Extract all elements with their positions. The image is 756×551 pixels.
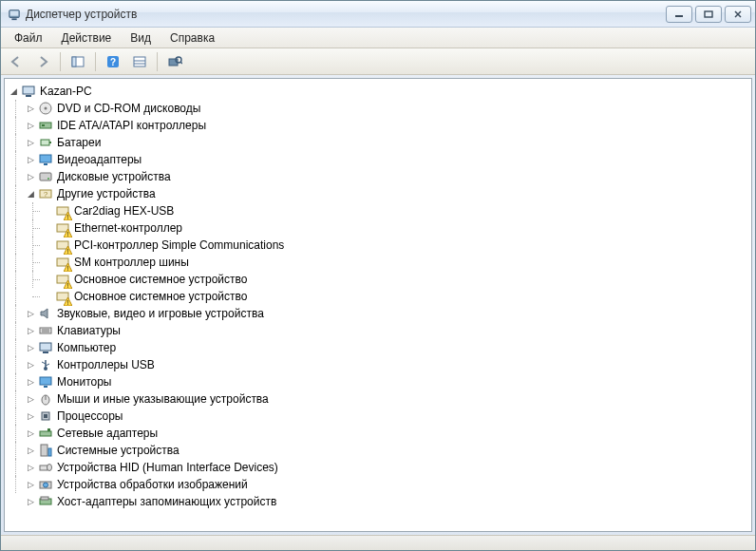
expand-icon[interactable]: ▷ xyxy=(24,119,37,132)
help-button[interactable]: ? xyxy=(102,51,124,72)
tree-category-monitor[interactable]: ▷ Мониторы xyxy=(7,373,749,390)
expand-icon[interactable]: ▷ xyxy=(24,153,37,166)
expand-icon[interactable]: ▷ xyxy=(24,136,37,149)
tree-item-unknown[interactable]: ▷ ! Основное системное устройство xyxy=(7,288,749,305)
menu-action[interactable]: Действие xyxy=(52,29,122,47)
expand-icon[interactable]: ▷ xyxy=(24,375,37,389)
tree-category-keyboard[interactable]: ▷ Клавиатуры xyxy=(7,322,749,339)
expand-icon[interactable]: ▷ xyxy=(24,358,37,371)
scan-hardware-button[interactable] xyxy=(163,51,186,72)
tree-item-unknown[interactable]: ▷ ! Car2diag HEX-USB xyxy=(7,202,749,219)
expand-icon[interactable]: ▷ xyxy=(24,170,37,183)
computer-icon xyxy=(21,84,36,99)
tree-root[interactable]: ◢ Kazan-PC xyxy=(7,83,749,100)
tree-node-label: Процессоры xyxy=(57,409,123,423)
statusbar xyxy=(1,535,755,550)
expand-icon[interactable]: ▷ xyxy=(24,444,37,457)
toolbar-separator xyxy=(60,52,61,71)
minimize-button[interactable] xyxy=(666,6,692,23)
collapse-icon[interactable]: ◢ xyxy=(24,187,37,200)
storage-controller-icon xyxy=(38,494,53,509)
toolbar-separator xyxy=(95,52,96,71)
tree-node-label: Ethernet-контроллер xyxy=(74,221,182,235)
svg-rect-2 xyxy=(11,18,16,20)
window-title: Диспетчер устройств xyxy=(26,8,663,21)
collapse-icon[interactable]: ◢ xyxy=(7,85,20,98)
tree-item-unknown[interactable]: ▷ ! Ethernet-контроллер xyxy=(7,219,749,237)
tree-node-label: Основное системное устройство xyxy=(74,290,247,303)
tree-item-unknown[interactable]: ▷ ! PCI-контроллер Simple Communications xyxy=(7,237,749,254)
expand-icon[interactable]: ▷ xyxy=(24,392,37,406)
tree-node-label: Устройства обработки изображений xyxy=(57,478,248,491)
tree-node-label: Дисковые устройства xyxy=(57,170,171,183)
svg-text:!: ! xyxy=(67,248,69,255)
display-adapter-icon xyxy=(38,152,53,167)
tree-node-label: Kazan-PC xyxy=(40,85,92,98)
menu-view[interactable]: Вид xyxy=(121,29,161,47)
tree-node-label: SM контроллер шины xyxy=(74,256,189,269)
svg-text:!: ! xyxy=(67,214,69,220)
unknown-device-icon: ! xyxy=(55,203,70,218)
expand-icon[interactable]: ▷ xyxy=(24,461,37,474)
tree-node-label: IDE ATA/ATAPI контроллеры xyxy=(57,119,206,132)
expand-icon[interactable]: ▷ xyxy=(24,478,37,491)
tree-category-hid[interactable]: ▷ Устройства HID (Human Interface Device… xyxy=(7,459,749,476)
tree-category-system[interactable]: ▷ Системные устройства xyxy=(7,442,749,459)
tree-item-unknown[interactable]: ▷ ! SM контроллер шины xyxy=(7,254,749,271)
tree-category-computer[interactable]: ▷ Компьютер xyxy=(7,339,749,356)
tree-node-label: Хост-адаптеры запоминающих устройств xyxy=(57,495,276,508)
svg-rect-17 xyxy=(23,86,34,94)
expand-icon[interactable]: ▷ xyxy=(24,307,37,320)
tree-category-cpu[interactable]: ▷ Процессоры xyxy=(7,408,749,425)
expand-icon[interactable]: ▷ xyxy=(24,495,37,508)
svg-line-16 xyxy=(180,62,182,64)
svg-rect-21 xyxy=(40,123,51,128)
expand-icon[interactable]: ▷ xyxy=(24,102,37,115)
svg-rect-67 xyxy=(41,445,47,456)
tree-category-disk[interactable]: ▷ Дисковые устройства xyxy=(7,168,749,185)
svg-rect-26 xyxy=(44,163,47,165)
tree-category-usb[interactable]: ▷ Контроллеры USB xyxy=(7,356,749,373)
back-button[interactable] xyxy=(5,51,28,72)
svg-rect-59 xyxy=(40,377,51,385)
tree-category-storage[interactable]: ▷ Хост-адаптеры запоминающих устройств xyxy=(7,493,749,510)
tree-category-video[interactable]: ▷ Видеоадаптеры xyxy=(7,151,749,168)
tree-item-unknown[interactable]: ▷ ! Основное системное устройство xyxy=(7,271,749,288)
tree-node-label: Контроллеры USB xyxy=(57,358,155,371)
toolbar: ? xyxy=(1,48,755,75)
svg-rect-65 xyxy=(40,431,51,436)
tree-category-network[interactable]: ▷ Сетевые адаптеры xyxy=(7,425,749,442)
maximize-button[interactable] xyxy=(695,6,722,23)
tree-category-mouse[interactable]: ▷ Мыши и иные указывающие устройства xyxy=(7,390,749,408)
tree-category-other[interactable]: ◢ ? Другие устройства xyxy=(7,185,749,202)
device-tree-pane[interactable]: ◢ Kazan-PC ▷ DVD и CD-ROM дисководы xyxy=(4,78,752,532)
svg-text:!: ! xyxy=(67,282,69,289)
dvd-drive-icon xyxy=(38,101,53,116)
expand-icon[interactable]: ▷ xyxy=(24,324,37,337)
menu-file[interactable]: Файл xyxy=(5,29,52,47)
usb-icon xyxy=(38,357,53,372)
properties-button[interactable] xyxy=(128,51,151,72)
expand-icon[interactable]: ▷ xyxy=(24,341,37,354)
tree-category-dvd[interactable]: ▷ DVD и CD-ROM дисководы xyxy=(7,100,749,117)
show-hide-tree-button[interactable] xyxy=(66,51,89,72)
unknown-device-icon: ! xyxy=(55,238,70,253)
computer-icon xyxy=(38,340,53,355)
expand-icon[interactable]: ▷ xyxy=(24,427,37,440)
tree-category-imaging[interactable]: ▷ Устройства обработки изображений xyxy=(7,476,749,493)
tree-category-ide[interactable]: ▷ IDE ATA/ATAPI контроллеры xyxy=(7,117,749,134)
forward-button[interactable] xyxy=(31,51,54,72)
unknown-device-icon: ! xyxy=(55,289,70,304)
unknown-device-icon: ! xyxy=(55,220,70,236)
tree-node-label: DVD и CD-ROM дисководы xyxy=(57,102,200,115)
tree-category-sound[interactable]: ▷ Звуковые, видео и игровые устройства xyxy=(7,305,749,322)
expand-icon[interactable]: ▷ xyxy=(24,409,37,423)
menu-help[interactable]: Справка xyxy=(161,29,224,47)
svg-point-20 xyxy=(45,107,47,110)
close-button[interactable] xyxy=(725,6,751,23)
tree-node-label: Другие устройства xyxy=(57,187,156,200)
tree-category-battery[interactable]: ▷ Батареи xyxy=(7,134,749,151)
svg-rect-1 xyxy=(10,10,19,15)
svg-rect-64 xyxy=(44,414,47,418)
device-tree[interactable]: ◢ Kazan-PC ▷ DVD и CD-ROM дисководы xyxy=(7,83,749,510)
